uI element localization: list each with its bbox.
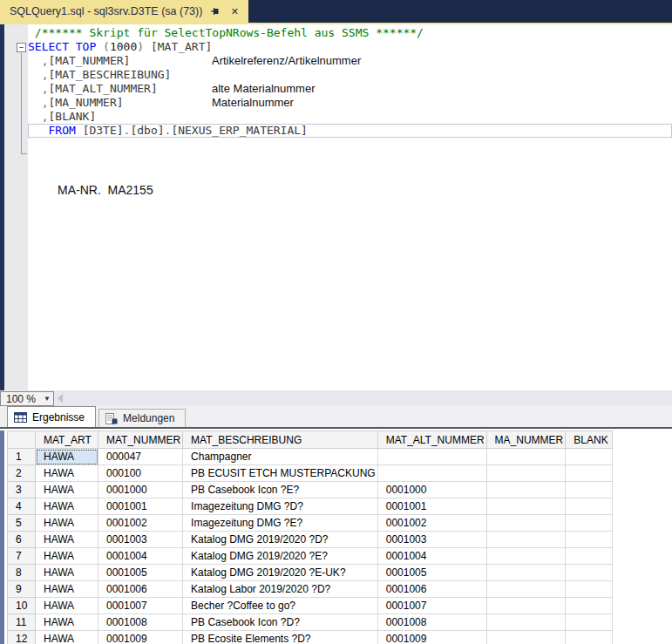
grid-cell[interactable]: Katalog DMG 2019/2020 ?E?: [183, 548, 378, 565]
grid-cell[interactable]: 0001003: [98, 532, 183, 548]
grid-cell[interactable]: [486, 465, 566, 482]
grid-cell[interactable]: [566, 532, 613, 548]
grid-cell[interactable]: 0001005: [377, 565, 486, 581]
grid-cell[interactable]: 0001009: [377, 631, 486, 644]
grid-cell[interactable]: [486, 565, 566, 581]
grid-cell[interactable]: HAWA: [36, 598, 98, 614]
grid-cell[interactable]: 000047: [98, 449, 183, 465]
column-header[interactable]: MA_NUMMER: [486, 431, 566, 449]
grid-cell[interactable]: [566, 498, 613, 515]
grid-cell[interactable]: PB Ecosite Elements ?D?: [183, 631, 378, 644]
grid-cell[interactable]: [566, 598, 613, 614]
grid-cell[interactable]: [377, 465, 486, 482]
column-header[interactable]: MAT_NUMMER: [98, 431, 183, 449]
grid-cell[interactable]: PB Casebook Icon ?E?: [183, 482, 378, 498]
grid-cell[interactable]: Katalog DMG 2019/2020 ?E-UK?: [183, 565, 378, 581]
grid-cell[interactable]: [486, 548, 566, 565]
grid-cell[interactable]: [377, 449, 486, 465]
grid-cell[interactable]: [566, 565, 613, 581]
row-header[interactable]: 3: [8, 482, 36, 498]
grid-cell[interactable]: 0001009: [98, 631, 183, 644]
grid-cell[interactable]: 0001006: [377, 581, 486, 598]
grid-cell[interactable]: [566, 548, 613, 565]
grid-cell[interactable]: 0001002: [377, 515, 486, 532]
grid-cell[interactable]: [486, 498, 566, 515]
row-header[interactable]: 6: [8, 532, 36, 548]
grid-cell[interactable]: HAWA: [36, 631, 98, 644]
row-header[interactable]: 4: [8, 498, 36, 515]
row-header[interactable]: 1: [8, 449, 36, 465]
grid-cell[interactable]: HAWA: [36, 614, 98, 631]
grid-cell[interactable]: Imagezeitung DMG ?E?: [183, 515, 378, 532]
zoom-dropdown[interactable]: 100 % ▼: [0, 391, 54, 406]
column-header[interactable]: MAT_ALT_NUMMER: [377, 431, 486, 449]
grid-cell[interactable]: Katalog DMG 2019/2020 ?D?: [183, 532, 378, 548]
grid-cell[interactable]: 0001000: [377, 482, 486, 498]
grid-cell[interactable]: 000100: [98, 465, 183, 482]
grid-cell[interactable]: PB Casebook Icon ?D?: [183, 614, 378, 631]
grid-cell[interactable]: PB ECUSIT ETCH MUSTERPACKUNG: [183, 465, 378, 482]
grid-cell[interactable]: [486, 449, 566, 465]
grid-cell[interactable]: 0001006: [98, 581, 183, 598]
grid-cell[interactable]: HAWA: [36, 565, 98, 581]
grid-cell[interactable]: [486, 532, 566, 548]
grid-cell[interactable]: 0001002: [98, 515, 183, 532]
sql-editor-surface[interactable]: − /****** Skript für SelectTopNRows-Befe…: [0, 24, 672, 390]
grid-cell[interactable]: 0001007: [98, 598, 183, 614]
row-header[interactable]: 7: [8, 548, 36, 565]
grid-cell[interactable]: HAWA: [36, 449, 98, 465]
grid-cell[interactable]: HAWA: [36, 482, 98, 498]
grid-cell[interactable]: [486, 598, 566, 614]
grid-cell[interactable]: [486, 581, 566, 598]
grid-cell[interactable]: HAWA: [36, 465, 98, 482]
editor-scrollbar-track[interactable]: 100 % ▼: [0, 390, 672, 406]
row-header[interactable]: 5: [8, 515, 36, 532]
grid-cell[interactable]: [486, 614, 566, 631]
tab-ergebnisse[interactable]: Ergebnisse: [7, 406, 96, 427]
grid-cell[interactable]: Champagner: [183, 449, 378, 465]
grid-cell[interactable]: [566, 581, 613, 598]
grid-cell[interactable]: 0001007: [377, 598, 486, 614]
scroll-left-button[interactable]: [58, 394, 68, 403]
grid-cell[interactable]: HAWA: [36, 498, 98, 515]
column-header[interactable]: BLANK: [566, 431, 613, 449]
close-button[interactable]: ✕: [228, 5, 241, 17]
grid-cell[interactable]: HAWA: [36, 515, 98, 532]
row-header[interactable]: 9: [8, 581, 36, 598]
grid-cell[interactable]: [566, 515, 613, 532]
fold-collapse-icon[interactable]: −: [17, 43, 26, 52]
grid-cell[interactable]: 0001000: [98, 482, 183, 498]
tab-meldungen[interactable]: Meldungen: [98, 409, 186, 427]
grid-cell[interactable]: Becher ?Coffee to go?: [183, 598, 378, 614]
grid-cell[interactable]: 0001008: [98, 614, 183, 631]
grid-cell[interactable]: [486, 631, 566, 644]
grid-cell[interactable]: HAWA: [36, 581, 98, 598]
row-header[interactable]: 11: [8, 614, 36, 631]
grid-cell[interactable]: [566, 465, 613, 482]
row-header[interactable]: 10: [8, 598, 36, 614]
grid-cell[interactable]: [566, 449, 613, 465]
row-header[interactable]: 8: [8, 565, 36, 581]
grid-cell[interactable]: HAWA: [36, 548, 98, 565]
grid-cell[interactable]: 0001001: [98, 498, 183, 515]
column-header[interactable]: MAT_BESCHREIBUNG: [183, 431, 378, 449]
grid-cell[interactable]: 0001005: [98, 565, 183, 581]
grid-cell[interactable]: Imagezeitung DMG ?D?: [183, 498, 378, 515]
row-header[interactable]: 12: [8, 631, 36, 644]
grid-cell[interactable]: HAWA: [36, 532, 98, 548]
grid-cell[interactable]: [486, 482, 566, 498]
column-header[interactable]: MAT_ART: [36, 431, 98, 449]
grid-cell[interactable]: [566, 482, 613, 498]
pin-button[interactable]: [209, 5, 221, 17]
grid-cell[interactable]: 0001008: [377, 614, 486, 631]
grid-cell[interactable]: [566, 614, 613, 631]
grid-cell[interactable]: Katalog Labor 2019/2020 ?D?: [183, 581, 378, 598]
grid-cell[interactable]: 0001001: [377, 498, 486, 515]
grid-cell[interactable]: 0001004: [98, 548, 183, 565]
grid-cell[interactable]: 0001004: [377, 548, 486, 565]
grid-cell[interactable]: [486, 515, 566, 532]
document-tab[interactable]: SQLQuery1.sql - sql3srv.D3TE (sa (73)) ✕: [0, 0, 248, 23]
grid-cell[interactable]: [566, 631, 613, 644]
row-header[interactable]: 2: [8, 465, 36, 482]
grid-cell[interactable]: 0001003: [377, 532, 486, 548]
